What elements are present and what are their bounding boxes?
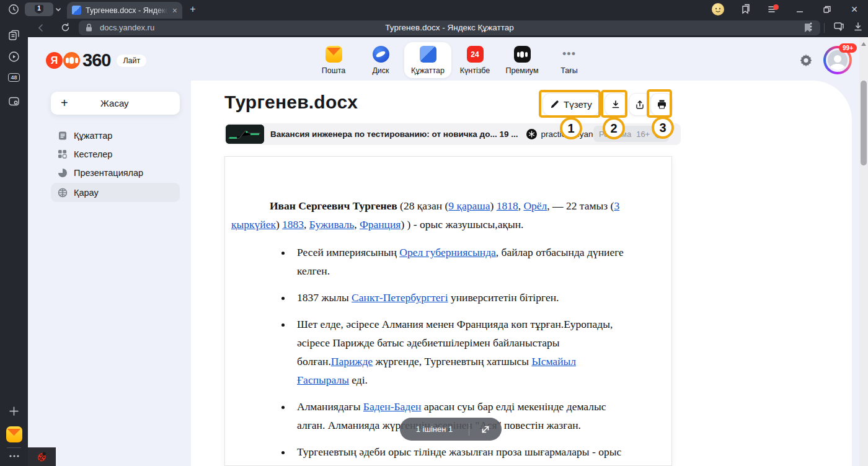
document-title: Тургенев.docx	[224, 92, 358, 113]
doc-bullet: Тургеневтың әдеби орыс тілінде жазылған …	[292, 442, 663, 466]
left-nav: + Жасау Құжаттар Кестелер Презентациялар	[28, 81, 191, 466]
annotation-circle-1: 1	[560, 117, 582, 139]
doc-link[interactable]: Санкт-Петербургтегі	[352, 291, 448, 304]
doc-text: ,	[354, 218, 360, 231]
close-window-button[interactable]: ×	[841, 0, 868, 19]
browser-tab[interactable]: Тургенев.docx - Яндекс ×	[67, 2, 182, 19]
360-logo-icon	[63, 52, 80, 69]
tab-strip: 1 Тургенев.docx - Яндекс × +	[0, 0, 868, 19]
doc-link[interactable]: Орёл	[523, 200, 547, 212]
browser-menu-icon[interactable]	[759, 0, 786, 19]
sidebar-item-presentations[interactable]: Презентациялар	[51, 163, 180, 182]
pie-chart-icon	[57, 167, 68, 178]
lock-icon[interactable]	[85, 23, 93, 35]
doc-paragraph: Иван Сергеевич Тургенев (28 қазан (9 қар…	[231, 196, 663, 234]
doc-text: Тургеневтың әдеби орыс тілінде жазылған …	[297, 446, 621, 466]
doc-text: еді.	[349, 374, 368, 386]
app-mail[interactable]: Пошта	[310, 42, 357, 78]
app-more[interactable]: ••• Тағы	[546, 42, 593, 78]
settings-gear-icon[interactable]	[799, 53, 813, 69]
annotation-box-2	[601, 90, 627, 118]
screenshot-icon[interactable]	[0, 95, 28, 107]
doc-bullet: Шет елде, әсіресе Алмания менен Францияд…	[292, 315, 663, 389]
reload-icon[interactable]	[60, 22, 71, 35]
annotation-box-3	[647, 89, 672, 118]
minimize-button[interactable]	[786, 0, 813, 19]
bookmarks-icon[interactable]	[732, 0, 759, 19]
page-window-title: Тургенев.docx - Яндекс Құжаттар	[385, 23, 513, 32]
side-panel-icon[interactable]	[833, 21, 844, 35]
downloads-icon[interactable]	[853, 22, 863, 34]
practicum-logo-icon	[526, 129, 537, 139]
doc-text: (28 қазан (	[397, 200, 449, 212]
browser-profile-avatar[interactable]	[704, 0, 732, 19]
addressbar-kebab-icon[interactable]	[807, 22, 815, 34]
premium-icon	[514, 46, 531, 63]
tab-counter-shield-icon: 1	[34, 4, 44, 14]
calendar-icon: 24	[467, 46, 484, 63]
docs-favicon-icon	[72, 6, 81, 15]
doc-link[interactable]: Франция	[360, 218, 401, 231]
doc-link[interactable]: 9 қараша	[448, 200, 490, 212]
doc-text: Ресей империясының	[297, 246, 399, 258]
rail-more-icon[interactable]	[0, 452, 28, 460]
back-icon[interactable]	[35, 22, 46, 36]
sidebar-item-documents[interactable]: Құжаттар	[51, 126, 180, 145]
tab-counter-value: 1	[34, 5, 44, 12]
ad-age-rating: 16+	[636, 130, 650, 139]
page-scrollbar[interactable]	[859, 37, 868, 466]
brand-360-text: 360	[82, 50, 110, 71]
tabgroup-chevron-down-icon[interactable]	[55, 6, 62, 13]
fullscreen-expand-icon[interactable]	[469, 424, 502, 434]
ad-headline: Вакансия инженера по тестированию: от но…	[270, 130, 518, 139]
scrollbar-up-arrow[interactable]	[861, 42, 866, 46]
create-button[interactable]: + Жасау	[51, 92, 180, 115]
feed-icon[interactable]	[0, 30, 28, 42]
app-documents[interactable]: Құжаттар	[404, 42, 451, 78]
notification-count-badge: 99+	[839, 43, 857, 53]
doc-text: Алманиядағы	[297, 400, 363, 413]
scrollbar-thumb[interactable]	[861, 81, 867, 165]
main-panel: Тургенев.docx Түзету Вакансия инженера п…	[191, 81, 852, 466]
doc-text: ) ) - орыс жазушысы,ақын.	[401, 218, 523, 231]
doc-text: 1837 жылы	[297, 291, 352, 304]
user-avatar[interactable]: 99+	[823, 46, 853, 76]
notification-dot	[773, 4, 779, 10]
yandex-360-logo[interactable]: Я 360 Лайт	[46, 50, 146, 71]
play-icon[interactable]	[0, 51, 28, 63]
app-disk[interactable]: Диск	[357, 42, 404, 78]
disk-icon	[373, 46, 389, 63]
app-premium[interactable]: Премиум	[498, 42, 546, 78]
addressbar-divider	[824, 23, 825, 33]
doc-link[interactable]: Баден-Баден	[363, 400, 422, 413]
rail-divider	[7, 447, 21, 448]
restore-button[interactable]	[813, 0, 841, 19]
sidebar-item-tables[interactable]: Кестелер	[51, 144, 180, 164]
page-indicator-pill: 1 ішінен 1	[400, 418, 502, 441]
yandex-mail-icon[interactable]	[0, 426, 28, 442]
add-panel-icon[interactable]	[0, 406, 28, 416]
doc-text: жүргенде, Тургеневтың хатшысы	[373, 355, 531, 367]
annotation-circle-3: 3	[652, 116, 674, 139]
app-calendar[interactable]: 24 Күнтізбе	[451, 42, 498, 78]
sidebar-item-view[interactable]: Қарау	[51, 183, 180, 202]
history-icon[interactable]	[7, 3, 20, 15]
doc-link[interactable]: Буживаль	[309, 218, 354, 231]
doc-text: )	[276, 218, 282, 231]
doc-link[interactable]: Парижде	[331, 355, 373, 367]
share-icon	[635, 100, 645, 110]
doc-bullet: 1837 жылы Санкт-Петербургтегі университе…	[292, 288, 663, 307]
doc-link[interactable]: Орел губерниясында	[399, 246, 496, 258]
table-grid-icon	[57, 149, 68, 159]
tab-close-icon[interactable]: ×	[172, 6, 177, 15]
annotation-box-1	[539, 90, 601, 118]
tabs-count-badge[interactable]: 48	[0, 73, 28, 82]
doc-link[interactable]: 1883	[282, 218, 304, 231]
new-tab-button[interactable]: +	[187, 4, 198, 15]
more-apps-icon: •••	[561, 46, 578, 63]
url-field[interactable]: docs.yandex.ru Тургенев.docx - Яндекс Құ…	[79, 20, 820, 35]
tab-counter-button[interactable]: 1	[25, 2, 53, 16]
documents-icon	[420, 46, 436, 63]
ad-thumbnail	[226, 125, 264, 144]
doc-link[interactable]: 1818	[497, 200, 518, 212]
